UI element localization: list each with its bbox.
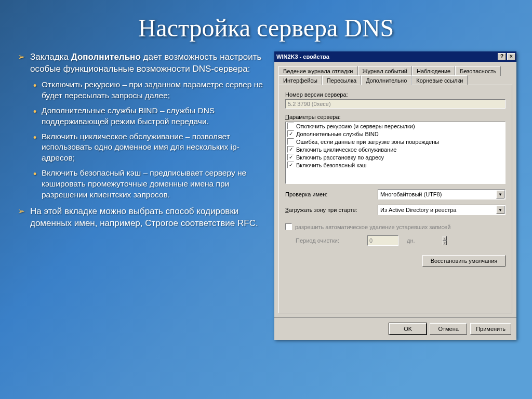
zone-load-label: Загружать зону при старте: <box>285 207 374 213</box>
checkbox-icon[interactable] <box>287 123 294 129</box>
tab-debug-log[interactable]: Ведение журнала отладки <box>278 66 358 76</box>
close-button[interactable]: × <box>507 53 515 60</box>
server-option-label: Отключить рекурсию (и серверы пересылки) <box>296 123 415 129</box>
sub-bullet: Включить циклическое обслуживание – позв… <box>30 131 264 164</box>
cleanup-period-unit: дн. <box>403 237 506 244</box>
ok-button[interactable]: OK <box>389 323 427 335</box>
version-label: Номер версии сервера: <box>285 91 506 98</box>
slide-title: Настройка сервера DNS <box>0 0 532 51</box>
server-option-label: Включить расстановку по адресу <box>296 154 384 161</box>
window-title: WIN2K3 - свойства <box>276 54 329 60</box>
cleanup-period-spinner: ▲▼ <box>367 235 398 246</box>
name-check-label: Проверка имен: <box>285 191 374 197</box>
server-option-label: Ошибка, если данные при загрузке зоны по… <box>296 139 439 145</box>
checkbox-icon[interactable]: ✓ <box>287 130 294 137</box>
tab-event-log[interactable]: Журнал событий <box>358 66 412 76</box>
bullet-1: Закладка Дополнительно дает возможность … <box>16 51 264 201</box>
dropdown-arrow-icon: ▼ <box>496 190 504 198</box>
server-option-item[interactable]: Ошибка, если данные при загрузке зоны по… <box>286 138 505 145</box>
sub-bullet: Включить безопасный кэш – предписывает с… <box>30 168 264 201</box>
version-field: 5.2 3790 (0xece) <box>285 99 506 109</box>
checkbox-icon[interactable]: ✓ <box>287 146 294 153</box>
tab-root-hints[interactable]: Корневые ссылки <box>411 75 468 85</box>
tab-interfaces[interactable]: Интерфейсы <box>278 75 322 85</box>
server-options-list[interactable]: Отключить рекурсию (и серверы пересылки)… <box>285 122 506 184</box>
server-option-item[interactable]: ✓Дополнительные службы BIND <box>286 130 505 138</box>
sub-bullet: Дополнительные службы BIND – службы DNS … <box>30 105 264 127</box>
sub-bullet: Отключить рекурсию – при заданном параме… <box>30 79 264 101</box>
server-option-label: Дополнительные службы BIND <box>296 131 379 137</box>
scavenge-checkbox[interactable] <box>285 223 292 230</box>
slide-text: Закладка Дополнительно дает возможность … <box>16 51 264 340</box>
server-option-item[interactable]: ✓Включить расстановку по адресу <box>286 153 505 161</box>
params-label: Параметры сервера: <box>285 114 506 120</box>
server-option-item[interactable]: ✓Включить безопасный кэш <box>286 161 505 169</box>
server-option-item[interactable]: ✓Включить циклическое обслуживание <box>286 145 505 153</box>
cleanup-period-label: Период очистки: <box>285 237 363 244</box>
restore-defaults-button[interactable]: Восстановить умолчания <box>422 255 506 267</box>
tab-panel-advanced: Номер версии сервера: 5.2 3790 (0xece) П… <box>278 85 512 313</box>
server-option-label: Включить безопасный кэш <box>296 162 367 168</box>
scavenge-label: разрешить автоматическое удаление устаре… <box>295 224 450 230</box>
tab-advanced[interactable]: Дополнительно <box>361 75 411 85</box>
tab-monitoring[interactable]: Наблюдение <box>412 66 455 76</box>
zone-load-dropdown[interactable]: Из Active Directory и реестра ▼ <box>378 205 506 215</box>
tab-forwarders[interactable]: Пересылка <box>322 75 361 85</box>
titlebar[interactable]: WIN2K3 - свойства ? × <box>274 51 516 62</box>
server-option-item[interactable]: Отключить рекурсию (и серверы пересылки) <box>286 122 505 130</box>
tab-security[interactable]: Безопасность <box>455 66 501 76</box>
name-check-dropdown[interactable]: Многобайтовый (UTF8) ▼ <box>378 189 506 200</box>
server-option-label: Включить циклическое обслуживание <box>296 147 396 153</box>
properties-dialog: WIN2K3 - свойства ? × Ведение журнала от… <box>274 51 516 340</box>
dropdown-arrow-icon: ▼ <box>496 206 504 214</box>
cancel-button[interactable]: Отмена <box>430 323 467 335</box>
apply-button[interactable]: Применить <box>470 323 511 335</box>
checkbox-icon[interactable] <box>287 138 294 145</box>
checkbox-icon[interactable]: ✓ <box>287 162 294 168</box>
help-button[interactable]: ? <box>498 53 506 60</box>
checkbox-icon[interactable]: ✓ <box>287 154 294 161</box>
bullet-2: На этой вкладке можно выбрать способ код… <box>16 206 264 230</box>
